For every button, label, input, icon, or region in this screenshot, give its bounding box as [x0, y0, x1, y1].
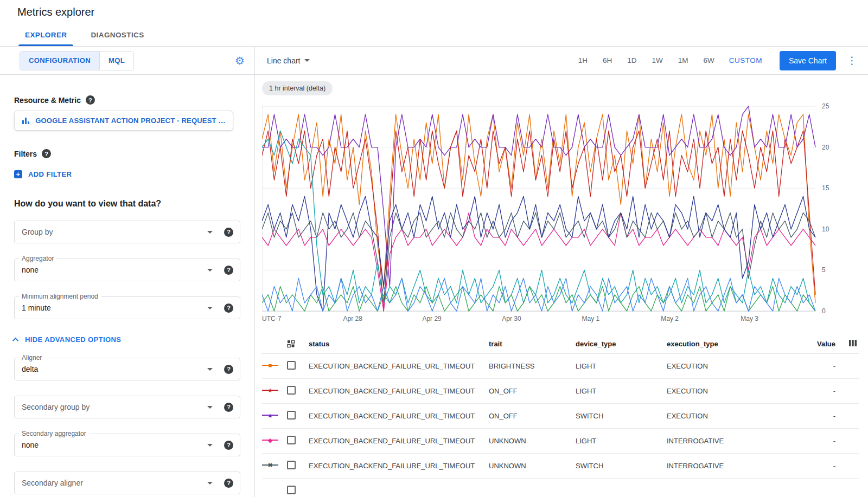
tab-explorer[interactable]: EXPLORER — [13, 24, 79, 46]
col-device-type[interactable]: device_type — [576, 340, 667, 348]
chart-toolbar: Line chart 1H6H1D1W1M6W CUSTOM Save Char… — [255, 47, 868, 74]
value-cell: - — [797, 387, 835, 395]
help-icon[interactable]: ? — [224, 441, 233, 450]
time-range-1d-button[interactable]: 1D — [620, 52, 643, 69]
save-chart-button[interactable]: Save Chart — [780, 51, 836, 70]
aggregator-field[interactable]: Aggregator none ? — [14, 259, 240, 281]
table-row[interactable]: ★EXECUTION_BACKEND_FAILURE_URL_TIMEOUTON… — [262, 379, 859, 404]
row-checkbox-cell — [287, 411, 309, 421]
row-checkbox[interactable] — [287, 386, 296, 395]
mode-configuration-button[interactable]: CONFIGURATION — [20, 51, 99, 70]
mode-mql-button[interactable]: MQL — [99, 51, 133, 70]
series-marker-icon: ■ — [262, 362, 278, 369]
device-type-cell: LIGHT — [576, 387, 667, 395]
chevron-down-icon — [207, 231, 213, 234]
help-icon[interactable]: ? — [224, 479, 233, 488]
resource-metric-label: Resource & Metric — [14, 96, 81, 105]
execution-type-cell: INTERROGATIVE — [667, 462, 797, 470]
value-cell: - — [797, 437, 835, 445]
col-value[interactable]: Value — [797, 340, 835, 348]
column-selector-icon[interactable] — [848, 339, 859, 348]
time-range-1w-button[interactable]: 1W — [644, 52, 669, 69]
aggregator-value: none — [22, 266, 207, 274]
gear-icon[interactable]: ⚙ — [235, 55, 245, 66]
series-marker-cell: ✖ — [262, 461, 287, 470]
secondary-aligner-field[interactable]: Secondary aligner ? — [14, 472, 240, 494]
main-area: Resource & Metric ? GOOGLE ASSISTANT ACT… — [0, 75, 868, 497]
help-icon[interactable]: ? — [224, 365, 233, 374]
bar-chart-icon — [22, 117, 30, 125]
chart-type-label: Line chart — [267, 56, 300, 65]
chart-series-line-5 — [262, 196, 815, 311]
row-checkbox[interactable] — [287, 411, 296, 419]
hide-advanced-options-button[interactable]: HIDE ADVANCED OPTIONS — [14, 335, 121, 344]
table-header: status trait device_type execution_type … — [262, 334, 859, 354]
table-row[interactable]: ■EXECUTION_BACKEND_FAILURE_URL_TIMEOUTBR… — [262, 354, 859, 379]
legend-toggle-icon[interactable] — [287, 340, 309, 348]
col-status[interactable]: status — [309, 340, 489, 348]
hide-advanced-label: HIDE ADVANCED OPTIONS — [25, 335, 121, 344]
row-checkbox[interactable] — [287, 461, 296, 469]
min-alignment-value: 1 minute — [22, 304, 207, 312]
help-icon[interactable]: ? — [42, 149, 51, 158]
selected-metric-button[interactable]: GOOGLE ASSISTANT ACTION PROJECT - REQUES… — [14, 111, 233, 131]
help-icon[interactable]: ? — [224, 304, 233, 313]
time-range-6h-button[interactable]: 6H — [596, 52, 619, 69]
filters-section: Filters ? — [14, 149, 240, 158]
time-range-1m-button[interactable]: 1M — [671, 52, 695, 69]
top-tabbar: EXPLORER DIAGNOSTICS — [0, 24, 868, 47]
x-axis-tick-label: Apr 28 — [343, 315, 363, 322]
time-range-group: 1H6H1D1W1M6W — [571, 52, 722, 69]
group-by-field[interactable]: Group by ? — [14, 221, 240, 243]
col-trait[interactable]: trait — [489, 340, 576, 348]
secondary-group-by-field[interactable]: Secondary group by ? — [14, 396, 240, 418]
x-axis-tick-label: May 2 — [661, 315, 679, 322]
row-checkbox[interactable] — [287, 436, 296, 444]
chevron-down-icon — [304, 59, 310, 62]
tab-diagnostics[interactable]: DIAGNOSTICS — [79, 24, 156, 46]
secondary-aggregator-field[interactable]: Secondary aggregator none ? — [14, 434, 240, 456]
x-axis-tick-label: May 1 — [582, 315, 600, 322]
series-table: status trait device_type execution_type … — [262, 334, 859, 497]
add-filter-button[interactable]: + ADD FILTER — [14, 170, 72, 178]
help-icon[interactable]: ? — [86, 95, 95, 105]
help-icon[interactable]: ? — [224, 266, 233, 275]
y-axis-tick-label: 20 — [822, 144, 829, 151]
execution-type-cell: EXECUTION — [667, 387, 797, 395]
help-icon[interactable]: ? — [224, 228, 233, 237]
table-row[interactable]: ◆EXECUTION_BACKEND_FAILURE_URL_TIMEOUTUN… — [262, 429, 859, 454]
row-checkbox[interactable] — [287, 361, 296, 370]
secondary-aligner-placeholder: Secondary aligner — [22, 479, 207, 487]
table-row[interactable]: ✖EXECUTION_BACKEND_FAILURE_URL_TIMEOUTUN… — [262, 454, 859, 479]
execution-type-cell: EXECUTION — [667, 412, 797, 420]
table-row-partial[interactable] — [262, 479, 859, 497]
group-by-placeholder: Group by — [22, 228, 207, 236]
x-axis-tick-label: Apr 30 — [502, 315, 521, 322]
chart-type-dropdown[interactable]: Line chart — [264, 56, 313, 66]
time-range-1h-button[interactable]: 1H — [571, 52, 595, 69]
min-alignment-label: Minimum alignment period — [19, 293, 101, 300]
chevron-down-icon — [207, 482, 213, 485]
min-alignment-field[interactable]: Minimum alignment period 1 minute ? — [14, 296, 240, 319]
help-icon[interactable]: ? — [224, 403, 233, 412]
row-checkbox-cell — [287, 436, 309, 446]
trait-cell: ON_OFF — [489, 387, 576, 395]
chevron-down-icon — [207, 406, 213, 409]
status-cell: EXECUTION_BACKEND_FAILURE_URL_TIMEOUT — [309, 412, 489, 420]
aligner-label: Aligner — [19, 354, 44, 362]
page-title: Metrics explorer — [17, 6, 94, 18]
custom-range-button[interactable]: CUSTOM — [722, 52, 770, 69]
aligner-field[interactable]: Aligner delta ? — [14, 358, 240, 380]
chart-series-line-2 — [262, 106, 815, 287]
row-checkbox[interactable] — [287, 486, 296, 494]
col-execution-type[interactable]: execution_type — [667, 340, 797, 348]
device-type-cell: SWITCH — [576, 462, 667, 470]
more-options-icon[interactable]: ⋮ — [844, 55, 860, 66]
series-marker-cell: ◆ — [262, 436, 287, 446]
time-range-6w-button[interactable]: 6W — [696, 52, 721, 69]
secondary-aggregator-label: Secondary aggregator — [19, 430, 89, 437]
trait-cell: UNKNOWN — [489, 437, 576, 445]
table-row[interactable]: ▲EXECUTION_BACKEND_FAILURE_URL_TIMEOUTON… — [262, 404, 859, 429]
mode-segmented-control: CONFIGURATION MQL — [20, 51, 134, 70]
secondary-aggregator-value: none — [22, 441, 207, 449]
